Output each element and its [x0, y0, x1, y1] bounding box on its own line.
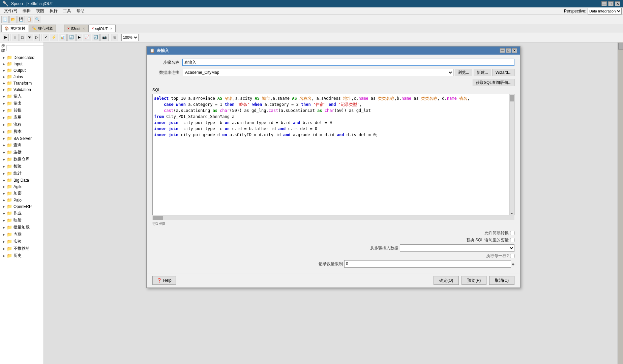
sidebar-item-script[interactable]: ▶ 📁 脚本 [0, 128, 43, 135]
sidebar-item-app[interactable]: ▶ 📁 应用 [0, 114, 43, 121]
explore-btn[interactable]: 🔍 [34, 16, 41, 23]
tab-core-objects[interactable]: ✏️ 核心对象 [29, 25, 56, 32]
sidebar-item-transform[interactable]: ▶ 📁 Transform [0, 80, 43, 86]
refresh-btn[interactable]: 🔃 [92, 34, 100, 41]
new-file-btn[interactable]: 📄 [1, 16, 9, 23]
db-btn[interactable]: 🔄 [67, 34, 76, 41]
tab-sqlout[interactable]: ✕ sqlOUT ✕ [88, 25, 116, 32]
sidebar-item-map[interactable]: ▶ 📁 映射 [0, 217, 43, 224]
tab-sqlout-close[interactable]: ✕ [110, 27, 113, 30]
sidebar-item-experiment[interactable]: ▶ 📁 实验 [0, 238, 43, 245]
new-btn[interactable]: 新建... [474, 69, 491, 76]
menu-view[interactable]: 视图 [33, 7, 47, 14]
dialog-minimize-btn[interactable]: — [500, 48, 505, 53]
sidebar-label: 输出 [13, 100, 22, 106]
minimize-btn[interactable]: — [601, 1, 607, 6]
sidebar-item-output-cn[interactable]: ▶ 📁 输出 [0, 100, 43, 107]
sidebar-item-validate[interactable]: ▶ 📁 检验 [0, 163, 43, 170]
menu-tools[interactable]: 工具 [60, 7, 74, 14]
cancel-btn[interactable]: 取消(C) [489, 276, 514, 285]
sidebar-item-palo[interactable]: ▶ 📁 Palo [0, 197, 43, 203]
sidebar-item-flow[interactable]: ▶ 📁 流程 [0, 121, 43, 128]
browse-btn[interactable]: 浏览... [455, 69, 472, 76]
sidebar-item-encrypt[interactable]: ▶ 📁 加密 [0, 190, 43, 197]
help-btn[interactable]: ❓ Help [152, 276, 176, 285]
db-conn-select[interactable]: Academe_CityMap [182, 69, 453, 76]
log-btn[interactable]: ▶ [76, 34, 82, 41]
step-search-input[interactable] [6, 45, 44, 51]
exec-each-row-checkbox[interactable] [510, 254, 514, 258]
stop-btn[interactable]: □ [20, 34, 25, 41]
sidebar-item-query[interactable]: ▶ 📁 查询 [0, 142, 43, 149]
preview-btn[interactable]: 预览(P) [462, 276, 486, 285]
sidebar-item-openerp[interactable]: ▶ 📁 OpenERP [0, 203, 43, 210]
tab-s3out-close[interactable]: ✕ [83, 27, 85, 30]
snapshot-btn[interactable]: 📷 [100, 34, 109, 41]
sql-hscroll[interactable] [152, 215, 514, 220]
tab-s3out[interactable]: ✕ $3out ✕ [64, 25, 88, 32]
sidebar-item-connect[interactable]: ▶ 📁 连接 [0, 149, 43, 156]
from-step-row: 从步骤插入数据 [152, 244, 514, 252]
sidebar-item-baserver[interactable]: ▶ 📁 BA Server [0, 135, 43, 142]
tab-sqlout-label: sqlOUT [95, 27, 108, 31]
sidebar-item-agile[interactable]: ▶ 📁 Agile [0, 183, 43, 190]
sidebar-item-input-cn[interactable]: ▶ 📁 输入 [0, 93, 43, 100]
grid-btn[interactable]: ⊞ [112, 34, 118, 41]
sidebar-item-transform-cn[interactable]: ▶ 📁 转换 [0, 107, 43, 114]
sql-editor[interactable]: select top 10 a.sProvince AS 省名,a.scity … [152, 94, 514, 215]
sql-vscroll[interactable]: ◆ [509, 94, 514, 215]
save-as-btn[interactable]: 📋 [26, 16, 33, 23]
arrow-icon: ▶ [3, 123, 7, 126]
sidebar-item-input[interactable]: ▶ 📁 Input [0, 61, 43, 67]
close-btn[interactable]: ✕ [615, 1, 620, 6]
record-limit-input[interactable] [344, 260, 511, 268]
confirm-btn[interactable]: 确定(O) [434, 276, 459, 285]
sidebar-item-deprecated-cn[interactable]: ▶ 📁 不推荐的 [0, 245, 43, 252]
pause-btn[interactable]: ⏸ [12, 34, 19, 41]
sidebar-item-bigdata[interactable]: ▶ 📁 Big Data [0, 177, 43, 183]
sidebar-item-validation[interactable]: ▶ 📁 Validation [0, 86, 43, 93]
sidebar-item-job[interactable]: ▶ 📁 作业 [0, 210, 43, 217]
sidebar-item-joins[interactable]: ▶ 📁 Joins [0, 73, 43, 80]
wizard-btn[interactable]: Wizard... [493, 69, 514, 76]
sql-btn[interactable]: 📊 [59, 34, 67, 41]
sidebar-item-inline[interactable]: ▶ 📁 内联 [0, 231, 43, 238]
sidebar-item-bulkload[interactable]: ▶ 📁 批量加载 [0, 224, 43, 231]
menu-file[interactable]: 文件(F) [1, 7, 20, 14]
folder-icon: 📁 [7, 191, 12, 196]
record-diamond-icon: ◆ [512, 262, 514, 266]
run-btn[interactable]: ▶ [3, 34, 9, 41]
dialog-maximize-btn[interactable]: □ [506, 48, 511, 53]
menu-help[interactable]: 帮助 [74, 7, 87, 14]
sidebar-item-history[interactable]: ▶ 📁 历史 [0, 252, 43, 259]
sidebar-item-dw[interactable]: ▶ 📁 数据仓库 [0, 156, 43, 163]
from-step-select[interactable] [400, 244, 514, 252]
check-btn[interactable]: ✓ [43, 34, 49, 41]
zoom-select[interactable]: 50%75%100%125%150%200% [121, 34, 139, 41]
preview-run-btn[interactable]: 👁 [26, 34, 33, 41]
step-btn[interactable]: ▷ [34, 34, 40, 41]
sidebar-item-deprecated[interactable]: ▶ 📁 Deprecated [0, 54, 43, 61]
get-sql-btn[interactable]: 获取SQL查询语句... [473, 79, 514, 86]
save-btn[interactable]: 💾 [18, 16, 25, 23]
tab-bar: 🏠 主对象树 ✏️ 核心对象 ✕ $3out ✕ ✕ sqlOUT ✕ [0, 24, 623, 32]
replace-vars-checkbox[interactable] [510, 238, 514, 242]
dialog-close-btn[interactable]: ✕ [512, 48, 517, 53]
menu-run[interactable]: 执行 [47, 7, 60, 14]
safe-run-btn[interactable]: ⚡ [50, 34, 58, 41]
sql-vscroll-thumb[interactable] [510, 95, 514, 101]
sidebar-item-output[interactable]: ▶ 📁 Output [0, 67, 43, 73]
open-btn[interactable]: 📂 [9, 16, 17, 23]
metrics-btn[interactable]: 📈 [83, 34, 91, 41]
allow-simple-convert-checkbox[interactable] [510, 231, 514, 235]
menu-edit[interactable]: 编辑 [20, 7, 33, 14]
perspective-select[interactable]: Data Integration [588, 8, 622, 14]
tab-main-tree[interactable]: 🏠 主对象树 [1, 25, 28, 32]
from-step-label: 从步骤插入数据 [358, 245, 398, 251]
maximize-btn[interactable]: □ [608, 1, 614, 6]
sql-hscroll-thumb[interactable] [153, 216, 163, 220]
folder-icon: 📁 [7, 232, 12, 237]
dialog-body: 步骤名称 document.querySelector('[data-name=… [147, 55, 520, 273]
step-name-input[interactable] [182, 59, 514, 66]
sidebar-item-stats[interactable]: ▶ 📁 统计 [0, 170, 43, 177]
